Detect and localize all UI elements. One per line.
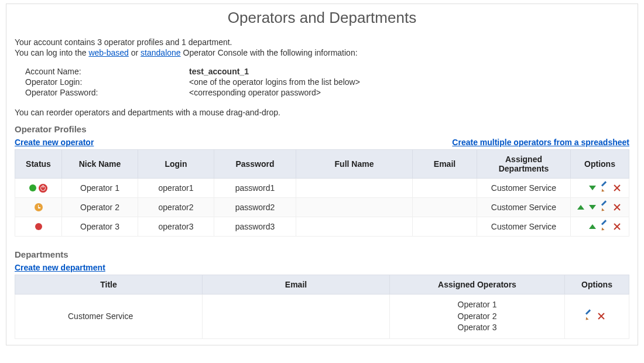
- standalone-link[interactable]: standalone: [141, 48, 181, 57]
- cell-password: password3: [214, 217, 296, 237]
- account-name-value: test_account_1: [189, 67, 249, 76]
- create-operator-link[interactable]: Create new operator: [15, 138, 94, 147]
- cell-dept: Customer Service: [477, 198, 571, 217]
- col-fullname: Full Name: [296, 150, 413, 179]
- status-away-icon: [35, 203, 43, 211]
- cell-fullname: [296, 179, 413, 198]
- assigned-op: Operator 1: [393, 299, 561, 311]
- col-email: Email: [413, 150, 477, 179]
- status-online-icon: [29, 184, 36, 191]
- cell-dept-title: Customer Service: [15, 294, 203, 339]
- cell-fullname: [296, 198, 413, 217]
- cell-email: [413, 217, 477, 237]
- force-logout-icon[interactable]: [39, 184, 47, 193]
- cell-password: password2: [214, 198, 296, 217]
- cell-login: operator2: [138, 198, 214, 217]
- operator-row[interactable]: Operator 1 operator1 password1 Customer …: [15, 179, 629, 198]
- cell-dept: Customer Service: [477, 217, 571, 237]
- intro-block: Your account contains 3 operator profile…: [15, 37, 629, 57]
- departments-heading: Departments: [15, 249, 629, 259]
- operator-password-label: Operator Password:: [25, 88, 189, 97]
- operator-login-row: Operator Login: <one of the operator log…: [25, 77, 629, 87]
- create-department-link[interactable]: Create new department: [15, 263, 105, 272]
- cell-email: [413, 198, 477, 217]
- cell-nick: Operator 2: [62, 198, 138, 217]
- operator-row[interactable]: Operator 2 operator2 password2 Customer …: [15, 198, 629, 217]
- edit-icon[interactable]: [601, 203, 609, 211]
- intro-text: You can log into the: [15, 48, 88, 57]
- cell-nick: Operator 3: [62, 217, 138, 237]
- move-up-icon[interactable]: [577, 205, 584, 210]
- intro-text: or: [129, 48, 141, 57]
- operator-row[interactable]: Operator 3 operator3 password3 Customer …: [15, 217, 629, 237]
- operator-password-value: <corresponding operator password>: [189, 88, 321, 97]
- delete-icon[interactable]: [614, 204, 621, 211]
- status-offline-icon: [35, 223, 42, 230]
- intro-line-2: You can log into the web-based or standa…: [15, 48, 629, 57]
- page-title: Operators and Departments: [6, 9, 638, 27]
- operator-login-label: Operator Login:: [25, 77, 189, 87]
- cell-password: password1: [214, 179, 296, 198]
- edit-icon[interactable]: [601, 222, 609, 231]
- operator-login-value: <one of the operator logins from the lis…: [189, 77, 360, 87]
- col-assigned-dept: Assigned Departments: [477, 150, 571, 179]
- create-bulk-operators-link[interactable]: Create multiple operators from a spreads…: [452, 138, 629, 147]
- operator-password-row: Operator Password: <corresponding operat…: [25, 88, 629, 97]
- col-password: Password: [214, 150, 296, 179]
- col-assigned-ops: Assigned Operators: [390, 275, 565, 294]
- cell-fullname: [296, 217, 413, 237]
- web-based-link[interactable]: web-based: [88, 48, 129, 57]
- operators-heading: Operator Profiles: [15, 124, 629, 134]
- account-name-row: Account Name: test_account_1: [25, 67, 629, 76]
- move-up-icon[interactable]: [589, 224, 596, 229]
- move-down-icon[interactable]: [589, 186, 596, 190]
- col-options: Options: [565, 275, 629, 294]
- col-title: Title: [15, 275, 203, 294]
- cell-dept: Customer Service: [477, 179, 571, 198]
- intro-text: Operator Console with the following info…: [181, 48, 358, 57]
- cell-login: operator1: [138, 179, 214, 198]
- department-row[interactable]: Customer Service Operator 1 Operator 2 O…: [15, 294, 629, 339]
- assigned-op: Operator 2: [393, 311, 561, 323]
- operators-table: Status Nick Name Login Password Full Nam…: [15, 149, 629, 237]
- cell-assigned-ops: Operator 1 Operator 2 Operator 3: [390, 294, 565, 339]
- account-info: Account Name: test_account_1 Operator Lo…: [25, 67, 629, 97]
- account-name-label: Account Name:: [25, 67, 189, 76]
- col-status: Status: [15, 150, 62, 179]
- col-login: Login: [138, 150, 214, 179]
- departments-table: Title Email Assigned Operators Options C…: [15, 275, 629, 339]
- edit-icon[interactable]: [585, 312, 593, 320]
- delete-icon[interactable]: [614, 184, 621, 191]
- cell-email: [413, 179, 477, 198]
- col-options: Options: [571, 150, 629, 179]
- col-email: Email: [203, 275, 390, 294]
- delete-icon[interactable]: [614, 223, 621, 230]
- reorder-note: You can reorder operators and department…: [15, 108, 629, 117]
- assigned-op: Operator 3: [393, 322, 561, 334]
- move-down-icon[interactable]: [589, 205, 596, 210]
- cell-dept-email: [203, 294, 390, 339]
- delete-icon[interactable]: [598, 313, 605, 320]
- edit-icon[interactable]: [601, 184, 609, 192]
- col-nickname: Nick Name: [62, 150, 138, 179]
- cell-nick: Operator 1: [62, 179, 138, 198]
- intro-line-1: Your account contains 3 operator profile…: [15, 37, 629, 47]
- cell-login: operator3: [138, 217, 214, 237]
